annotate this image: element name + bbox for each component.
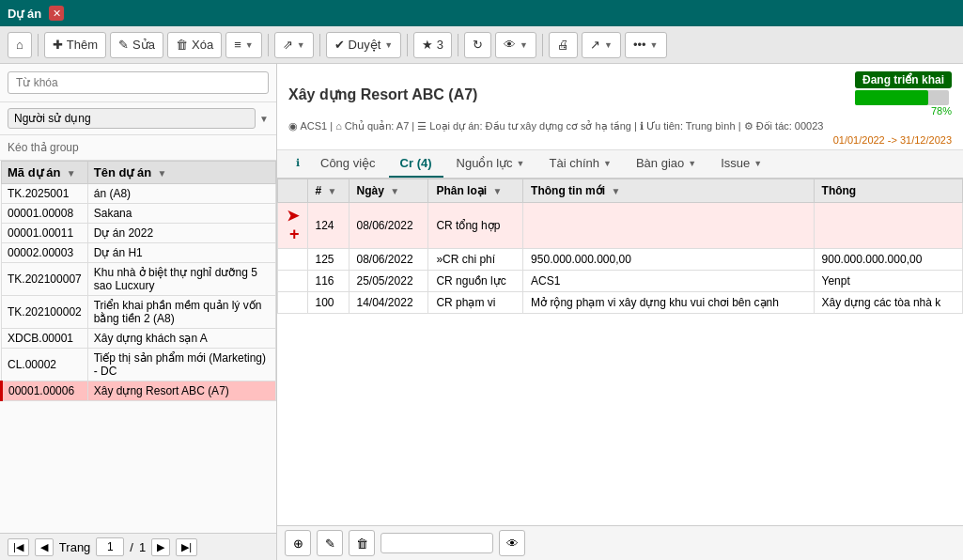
project-name-cell: Dự án 2022 <box>87 224 275 243</box>
project-code-cell: TK.202100007 <box>2 263 88 296</box>
tab-info[interactable]: ℹ <box>288 151 307 177</box>
pencil-small-icon: ✎ <box>325 537 335 551</box>
close-button[interactable]: ✕ <box>49 6 64 21</box>
print-button[interactable]: 🖨 <box>549 32 578 58</box>
project-dates: 01/01/2022 -> 31/12/2023 <box>288 134 952 146</box>
plus-icon[interactable]: + <box>289 225 300 243</box>
first-page-button[interactable]: |◀ <box>8 538 29 556</box>
cr-info-cell: Yenpt <box>814 271 962 292</box>
next-page-button[interactable]: ▶ <box>151 538 170 556</box>
table-row[interactable]: 00002.00003 Dự án H1 <box>2 243 276 263</box>
cr-edit-button[interactable]: ✎ <box>317 530 343 556</box>
share-arrow: ▼ <box>604 40 613 50</box>
table-row[interactable]: 00001.00011 Dự án 2022 <box>2 224 276 243</box>
cr-date-cell: 08/06/2022 <box>349 203 428 249</box>
refresh-button[interactable]: ↻ <box>464 32 491 58</box>
table-row[interactable]: ➤ + 124 08/06/2022 CR tổng hợp <box>278 203 963 249</box>
project-name-cell: Triển khai phần mềm quản lý vốn bằng tiề… <box>87 296 275 329</box>
home-button[interactable]: ⌂ <box>8 32 32 58</box>
progress-status-badge: Đang triển khai <box>855 71 952 88</box>
more-button[interactable]: ••• ▼ <box>625 32 667 58</box>
filter-type-icon[interactable]: ▼ <box>492 186 502 196</box>
cr-view-button[interactable]: 👁 <box>499 530 525 556</box>
share-button[interactable]: ↗ ▼ <box>582 32 621 58</box>
table-row[interactable]: TK.202100007 Khu nhà ở biệt thự nghỉ dưỡ… <box>2 263 276 296</box>
cr-table-container: # ▼ Ngày ▼ Phân loại ▼ Thông tin mới ▼ T… <box>277 179 963 525</box>
cr-newinfo-cell <box>523 203 814 249</box>
ban-giao-arrow: ▼ <box>688 159 696 168</box>
cr-add-button[interactable]: ⊕ <box>285 530 311 556</box>
tab-ban-giao[interactable]: Bàn giao ▼ <box>625 150 707 178</box>
table-row[interactable]: CL.00002 Tiếp thị sản phẩm mới (Marketin… <box>2 349 276 381</box>
filter-name-icon[interactable]: ▼ <box>158 168 167 179</box>
share-icon: ↗ <box>590 38 600 52</box>
eye-arrow: ▼ <box>520 40 528 50</box>
prev-page-button[interactable]: ◀ <box>35 538 54 556</box>
tab-issue[interactable]: Issue ▼ <box>709 150 773 178</box>
project-name-cell: án (A8) <box>87 184 275 204</box>
filter-code-icon[interactable]: ▼ <box>67 168 76 179</box>
project-code-cell: XDCB.00001 <box>2 329 88 349</box>
project-code-cell: 00001.00008 <box>2 204 88 224</box>
page-number-input[interactable] <box>96 537 124 556</box>
table-row[interactable]: 00001.00008 Sakana <box>2 204 276 224</box>
project-name-cell: Xây dựng khách sạn A <box>87 329 275 349</box>
menu-button[interactable]: ≡ ▼ <box>225 32 262 58</box>
tab-cr[interactable]: Cr (4) <box>389 150 443 178</box>
cr-info-cell <box>814 203 962 249</box>
cr-delete-button[interactable]: 🗑 <box>349 530 375 556</box>
cr-type-cell: »CR chi phí <box>428 249 523 271</box>
star-button[interactable]: ★ 3 <box>413 32 452 58</box>
edit-button[interactable]: ✎ Sửa <box>110 32 163 58</box>
tab-tai-chinh[interactable]: Tài chính ▼ <box>538 150 623 178</box>
user-select[interactable]: Người sử dụng <box>8 108 256 129</box>
link-button[interactable]: ⇗ ▼ <box>274 32 314 58</box>
last-page-button[interactable]: ▶| <box>176 538 197 556</box>
project-meta: ◉ ACS1 | ⌂ Chủ quản: A7 | ☰ Loại dự án: … <box>288 120 952 132</box>
project-list-table: Mã dự án ▼ Tên dự án ▼ TK.2025001 án (A8… <box>0 161 276 533</box>
check-icon: ✔ <box>334 38 345 52</box>
table-row[interactable]: 100 14/04/2022 CR phạm vi Mở rộng phạm v… <box>278 292 963 314</box>
toolbar: ⌂ ✚ Thêm ✎ Sửa 🗑 Xóa ≡ ▼ ⇗ ▼ ✔ Duyệt ▼ ★… <box>0 26 963 64</box>
project-code-cell: CL.00002 <box>2 349 88 381</box>
title-bar: Dự án ✕ <box>0 0 963 26</box>
add-button[interactable]: ✚ Thêm <box>44 32 106 58</box>
link-arrow: ▼ <box>297 40 305 50</box>
add-cell <box>278 292 308 314</box>
cr-search-input[interactable] <box>381 533 493 553</box>
filter-date-icon[interactable]: ▼ <box>390 186 399 196</box>
filter-num-icon[interactable]: ▼ <box>328 186 337 196</box>
table-row[interactable]: 00001.00006 Xây dựng Resort ABC (A7) <box>2 381 276 401</box>
col-new-info: Thông tin mới ▼ <box>523 179 814 203</box>
approve-button[interactable]: ✔ Duyệt ▼ <box>326 32 402 58</box>
left-panel: Người sử dụng ▼ Kéo thả group Mã dự án ▼… <box>0 64 277 560</box>
toolbar-separator-2 <box>268 34 269 56</box>
project-title: Xây dựng Resort ABC (A7) <box>288 86 477 103</box>
delete-button[interactable]: 🗑 Xóa <box>167 32 222 58</box>
col-header-name: Tên dự án ▼ <box>87 162 275 184</box>
search-input[interactable] <box>8 71 269 94</box>
cr-num-cell: 125 <box>307 249 349 271</box>
add-cell[interactable]: ➤ + <box>278 203 308 249</box>
filter-newinfo-icon[interactable]: ▼ <box>611 186 620 196</box>
menu-arrow: ▼ <box>245 40 254 50</box>
eye-button[interactable]: 👁 ▼ <box>495 32 536 58</box>
plus-icon: ✚ <box>53 38 63 52</box>
table-row[interactable]: TK.2025001 án (A8) <box>2 184 276 204</box>
project-code-cell: TK.2025001 <box>2 184 88 204</box>
table-row[interactable]: 125 08/06/2022 »CR chi phí 950.000.000.0… <box>278 249 963 271</box>
tab-nguon-luc[interactable]: Nguồn lực ▼ <box>445 150 536 178</box>
table-row[interactable]: TK.202100002 Triển khai phần mềm quản lý… <box>2 296 276 329</box>
project-code-cell: 00001.00006 <box>2 381 88 401</box>
more-arrow: ▼ <box>650 40 659 50</box>
progress-percent: 78% <box>855 105 952 117</box>
approve-arrow: ▼ <box>384 40 393 50</box>
table-row[interactable]: XDCB.00001 Xây dựng khách sạn A <box>2 329 276 349</box>
eye-small-icon: 👁 <box>506 537 519 551</box>
tai-chinh-arrow: ▼ <box>603 159 612 168</box>
project-name-cell: Sakana <box>87 204 275 224</box>
tab-cong-viec[interactable]: Công việc <box>309 150 387 178</box>
project-code-cell: TK.202100002 <box>2 296 88 329</box>
project-name-cell: Dự án H1 <box>87 243 275 263</box>
table-row[interactable]: 116 25/05/2022 CR nguồn lực ACS1 Yenpt <box>278 271 963 292</box>
